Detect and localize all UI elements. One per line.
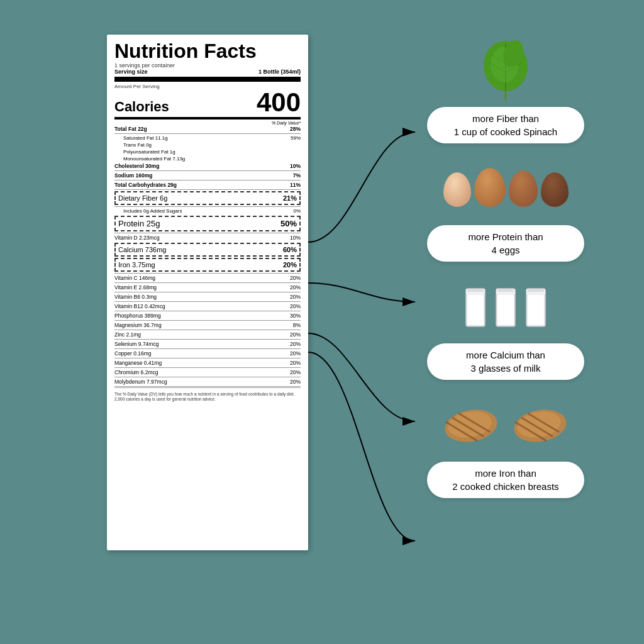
nutrient-row-4: Monounsaturated Fat 7.13g (114, 155, 301, 162)
comparison-iron: more Iron than 2 cooked chicken breasts (386, 386, 625, 498)
serving-size-row: Serving size 1 Bottle (354ml) (114, 69, 301, 75)
iron-percent: 20% (283, 261, 297, 269)
calcium-comparison-line1: more Calcium than (466, 350, 545, 360)
vitamin-divider-5 (114, 330, 301, 330)
svg-rect-19 (528, 295, 544, 325)
thin-divider-vitamins (114, 273, 301, 274)
vitamins-list: Vitamin C 146mg20%Vitamin E 2.68mg20%Vit… (114, 274, 301, 387)
calcium-percent: 60% (283, 246, 297, 253)
thin-divider (114, 180, 301, 180)
milk-container (463, 282, 548, 330)
comparison-calcium: more Calcium than 3 glasses of milk (386, 268, 625, 380)
chicken-breast-2 (509, 402, 572, 446)
fiber-comparison-label: more Fiber than 1 cup of cooked Spinach (427, 107, 584, 143)
nutrient-row-3: Polyunsaturated Fat 1g (114, 148, 301, 155)
vitamin-divider-10 (114, 377, 301, 377)
serving-size-label: Serving size (114, 69, 148, 75)
thin-divider-vitamind (114, 233, 301, 233)
fiber-comparison-line1: more Fiber than (472, 113, 539, 124)
fiber-comparison-line2: 1 cup of cooked Spinach (454, 126, 557, 137)
servings-per-container: 1 servings per container (114, 62, 301, 69)
comparison-fiber: more Fiber than 1 cup of cooked Spinach (386, 31, 625, 143)
milk-image-area (436, 268, 575, 343)
vitamin-divider-4 (114, 320, 301, 321)
vitamin-divider-1 (114, 292, 301, 292)
fiber-percent: 21% (283, 194, 297, 202)
vitamin-divider-11 (114, 386, 301, 387)
milk-glass-2 (493, 282, 518, 330)
calcium-comparison-label: more Calcium than 3 glasses of milk (427, 343, 584, 380)
vitamin-row-5: Magnesium 36.7mg8% (114, 321, 301, 329)
nutrition-panel: Nutrition Facts 1 servings per container… (107, 35, 308, 550)
svg-rect-20 (528, 289, 544, 292)
thin-divider-bottom (114, 387, 301, 388)
iron-comparison-line2: 2 cooked chicken breasts (452, 481, 558, 492)
vitamin-row-1: Vitamin E 2.68mg20% (114, 284, 301, 291)
egg-4 (541, 172, 569, 207)
calories-value: 400 (257, 89, 301, 116)
svg-rect-15 (497, 295, 514, 325)
thick-divider-1 (114, 77, 301, 82)
nutrient-row-2: Trans Fat 0g (114, 142, 301, 148)
eggs-image-area (436, 150, 575, 225)
iron-comparison-label: more Iron than 2 cooked chicken breasts (427, 462, 584, 498)
vitamin-row-10: Chromium 6.2mcg20% (114, 369, 301, 376)
fiber-row: Dietary Fiber 6g 21% (114, 191, 301, 205)
vitamin-divider-3 (114, 311, 301, 311)
vitamin-divider-0 (114, 282, 301, 283)
thin-divider (114, 170, 301, 171)
calories-row: Calories 400 (114, 89, 301, 116)
milk-glass-3 (523, 282, 548, 330)
iron-row: Iron 3.75mg 20% (114, 258, 301, 272)
comparisons-panel: more Fiber than 1 cup of cooked Spinach … (386, 31, 625, 504)
thin-divider (114, 189, 301, 190)
vitamin-row-7: Selenium 9.74mcg20% (114, 340, 301, 348)
thin-divider (114, 133, 301, 134)
protein-comparison-line2: 4 eggs (491, 245, 519, 255)
spinach-image-area (436, 31, 575, 107)
protein-percent: 50% (280, 219, 297, 228)
nutrient-row-0: Total Fat 22g28% (114, 125, 301, 133)
medium-divider-1 (114, 117, 301, 119)
nutrient-row-6: Sodium 160mg7% (114, 172, 301, 179)
iron-label: Iron 3.75mg (118, 261, 155, 269)
vitamin-row-8: Copper 0.16mg20% (114, 350, 301, 357)
protein-comparison-line1: more Protein than (468, 231, 543, 242)
vitamin-divider-6 (114, 339, 301, 340)
vitamind-row: Vitamin D 2.23mcg 10% (114, 234, 301, 242)
bottom-note: The % Daily Value (DV) tells you how muc… (114, 392, 301, 402)
svg-rect-11 (467, 295, 484, 325)
nutrient-row-1: Saturated Fat 11.1g59% (114, 135, 301, 142)
main-container: Nutrition Facts 1 servings per container… (0, 0, 644, 644)
vitamin-row-11: Molybdenum 7.97mcg20% (114, 378, 301, 386)
serving-size-value: 1 Bottle (354ml) (258, 69, 301, 75)
calories-label: Calories (114, 99, 169, 115)
vitamin-divider-8 (114, 358, 301, 358)
protein-label: Protein 25g (118, 219, 160, 228)
egg-2 (474, 168, 506, 207)
eggs-container (443, 168, 569, 207)
vitamin-divider-7 (114, 348, 301, 349)
chicken-image-area (436, 386, 575, 462)
vitamin-row-0: Vitamin C 146mg20% (114, 274, 301, 282)
chicken-container (440, 402, 572, 446)
vitamin-divider-2 (114, 301, 301, 302)
svg-rect-12 (467, 289, 484, 292)
nutrient-row-5: Cholesterol 30mg10% (114, 162, 301, 170)
svg-rect-16 (497, 289, 514, 292)
calcium-comparison-line2: 3 glasses of milk (471, 363, 541, 374)
comparison-protein: more Protein than 4 eggs (386, 150, 625, 262)
vitamin-row-2: Vitamin B6 0.3mg20% (114, 293, 301, 301)
egg-3 (509, 170, 538, 207)
vitamin-row-6: Zinc 2.1mg20% (114, 331, 301, 338)
vitamin-row-3: Vitamin B12 0.42mcg20% (114, 303, 301, 310)
nutrition-title: Nutrition Facts (114, 41, 301, 61)
calcium-label: Calcium 736mg (118, 246, 166, 253)
protein-row: Protein 25g 50% (114, 216, 301, 231)
nutrient-row-7: Total Carbohydrates 29g11% (114, 181, 301, 189)
daily-value-header: % Daily Value* (114, 121, 301, 125)
vitamin-divider-9 (114, 367, 301, 368)
added-sugars-row: Includes 0g Added Sugars 0% (114, 208, 301, 214)
egg-1 (443, 172, 471, 207)
chicken-breast-1 (440, 402, 502, 446)
